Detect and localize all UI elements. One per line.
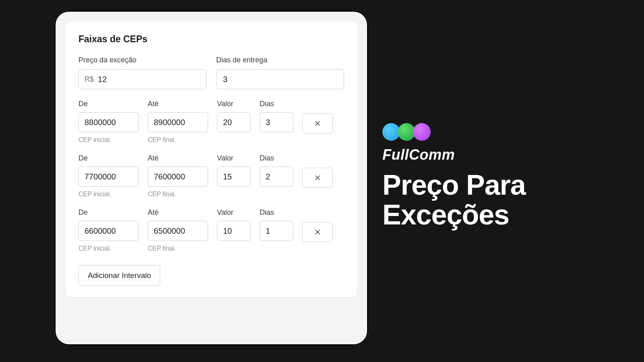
headline: Preço Para Exceções	[382, 171, 526, 230]
currency-prefix: R$	[85, 75, 94, 84]
price-input[interactable]	[97, 74, 200, 84]
brand-logo: FullComm	[382, 123, 526, 171]
input-dias[interactable]	[260, 221, 293, 241]
marketing-panel: FullComm Preço Para Exceções	[382, 123, 526, 230]
input-valor[interactable]	[217, 112, 251, 132]
brand-name: FullComm	[382, 146, 455, 163]
cell-dias: Dias	[260, 154, 293, 187]
form-card: Faixas de CEPs Preço da exceção R$ Dias …	[66, 22, 357, 297]
input-cep-to[interactable]	[148, 167, 208, 187]
cell-dias: Dias	[260, 208, 293, 241]
input-cep-from[interactable]	[78, 221, 139, 241]
cep-range-row: De CEP inicial. Até CEP final. Valor Dia…	[78, 208, 344, 252]
delete-row-button[interactable]	[302, 113, 333, 134]
field-delivery-days: Dias de entrega	[216, 56, 344, 89]
cell-ate: Até CEP final.	[148, 154, 208, 198]
input-dias[interactable]	[260, 167, 293, 187]
label-de: De	[78, 208, 139, 217]
days-label: Dias de entrega	[216, 56, 344, 64]
cell-ate: Até CEP final.	[148, 100, 208, 144]
cep-range-row: De CEP inicial. Até CEP final. Valor Dia…	[78, 100, 344, 144]
cell-ate: Até CEP final.	[148, 208, 208, 252]
delete-row-button[interactable]	[302, 168, 333, 188]
add-interval-button[interactable]: Adicionar Intervalo	[78, 265, 160, 286]
cell-de: De CEP inicial.	[78, 100, 139, 144]
cell-valor: Valor	[217, 208, 251, 241]
card-title: Faixas de CEPs	[78, 34, 344, 45]
cell-valor: Valor	[217, 100, 251, 132]
input-cep-to[interactable]	[148, 112, 208, 132]
input-cep-to[interactable]	[148, 221, 208, 241]
cell-de: De CEP inicial.	[78, 154, 139, 198]
label-ate: Até	[148, 154, 208, 162]
hint-ate: CEP final.	[148, 136, 208, 144]
hint-ate: CEP final.	[148, 191, 208, 198]
input-valor[interactable]	[217, 167, 251, 187]
brand-light: Comm	[409, 146, 455, 163]
close-icon	[314, 228, 321, 236]
close-icon	[314, 120, 321, 127]
headline-line2: Exceções	[382, 200, 526, 230]
label-dias: Dias	[260, 154, 293, 162]
input-dias[interactable]	[260, 112, 293, 132]
cell-valor: Valor	[217, 154, 251, 187]
input-cep-from[interactable]	[78, 167, 139, 187]
field-exception-price: Preço da exceção R$	[78, 56, 206, 89]
label-de: De	[78, 100, 139, 108]
days-input-wrapper[interactable]	[216, 69, 344, 89]
delete-row-button[interactable]	[302, 222, 333, 242]
label-valor: Valor	[217, 154, 251, 162]
close-icon	[314, 174, 321, 181]
label-valor: Valor	[217, 100, 251, 108]
form-card-frame: Faixas de CEPs Preço da exceção R$ Dias …	[54, 10, 368, 346]
brand-bold: Full	[382, 146, 409, 163]
price-input-wrapper[interactable]: R$	[78, 69, 206, 89]
cep-range-row: De CEP inicial. Até CEP final. Valor Dia…	[78, 154, 344, 198]
label-dias: Dias	[260, 208, 293, 217]
label-valor: Valor	[217, 208, 251, 217]
hint-de: CEP inicial.	[78, 191, 139, 198]
input-cep-from[interactable]	[78, 112, 139, 132]
hint-de: CEP inicial.	[78, 136, 139, 144]
cell-de: De CEP inicial.	[78, 208, 139, 252]
headline-line1: Preço Para	[382, 171, 526, 200]
label-ate: Até	[148, 100, 208, 108]
cell-dias: Dias	[260, 100, 293, 132]
price-label: Preço da exceção	[78, 56, 206, 64]
label-dias: Dias	[260, 100, 293, 108]
label-de: De	[78, 154, 139, 162]
hint-ate: CEP final.	[148, 245, 208, 252]
input-valor[interactable]	[217, 221, 251, 241]
days-input[interactable]	[222, 74, 338, 84]
hint-de: CEP inicial.	[78, 245, 139, 252]
label-ate: Até	[148, 208, 208, 217]
logo-dot-icon	[413, 123, 431, 141]
